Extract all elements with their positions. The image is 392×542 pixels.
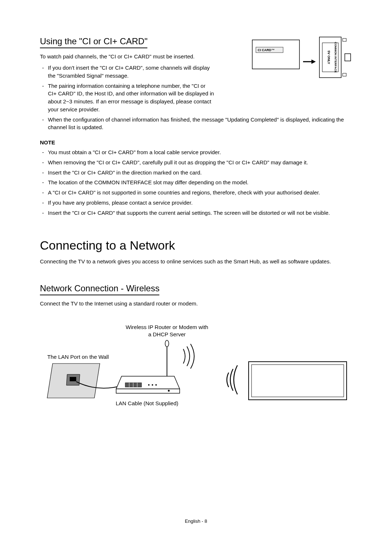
wall-port-icon (47, 364, 123, 398)
svg-rect-14 (116, 389, 180, 393)
intro-wireless: Connect the TV to the Internet using a s… (40, 300, 352, 307)
ci-card-note-bullets: You must obtain a "CI or CI+ CARD" from … (40, 148, 352, 217)
list-item: The location of the COMMON INTERFACE slo… (40, 178, 352, 186)
heading-wireless: Network Connection - Wireless (40, 283, 159, 295)
cable-label: LAN Cable (Not Supplied) (116, 400, 179, 406)
svg-rect-6 (343, 38, 346, 41)
note-heading: NOTE (40, 139, 352, 145)
list-item: Insert the "CI or CI+ CARD" that support… (40, 209, 352, 217)
list-item: When the configuration of channel inform… (40, 116, 352, 132)
list-item: The pairing information containing a tel… (40, 82, 214, 114)
svg-point-21 (155, 384, 157, 386)
signal-out-icon (183, 344, 194, 369)
intro-ci-card: To watch paid channels, the "CI or CI+ C… (40, 53, 243, 59)
svg-rect-24 (252, 365, 344, 397)
list-item: A "CI or CI+ CARD" is not supported in s… (40, 189, 352, 197)
section-heading-ci-card: Using the "CI or CI+ CARD" (40, 36, 147, 48)
slot-label: COMMON INTERFACE (334, 42, 337, 73)
signal-in-icon (227, 365, 237, 394)
svg-point-22 (168, 390, 170, 392)
router-label-1: Wireless IP Router or Modem with (126, 324, 208, 330)
ci-card-diagram: CI CARD™ 5V ONLY COMMON INTERFACE (250, 36, 352, 83)
svg-point-19 (148, 384, 150, 386)
wireless-network-diagram: Wireless IP Router or Modem with a DHCP … (40, 322, 352, 416)
svg-rect-7 (343, 73, 346, 76)
tv-icon (249, 362, 347, 400)
svg-rect-8 (345, 54, 351, 61)
router-icon (116, 340, 180, 393)
intro-connecting-network: Connecting the TV to a network gives you… (40, 258, 352, 264)
voltage-label: 5V ONLY (327, 50, 331, 64)
list-item: If you have any problems, please contact… (40, 199, 352, 207)
svg-point-13 (165, 340, 169, 347)
svg-rect-11 (70, 377, 76, 381)
ci-card-bullets-continued: When the configuration of channel inform… (40, 116, 352, 132)
svg-point-20 (152, 384, 153, 386)
ci-card-bullets-top: If you don't insert the "CI or CI+ CARD"… (40, 64, 243, 114)
list-item: When removing the "CI or CI+ CARD", care… (40, 159, 352, 167)
page-footer: English - 8 (0, 518, 392, 524)
wall-port-label: The LAN Port on the Wall (47, 354, 109, 360)
heading-connecting-network: Connecting to a Network (40, 238, 352, 252)
ci-card-label: CI CARD™ (258, 48, 275, 52)
svg-rect-0 (252, 40, 299, 69)
svg-marker-3 (311, 59, 316, 64)
list-item: If you don't insert the "CI or CI+ CARD"… (40, 64, 214, 80)
list-item: Insert the "CI or CI+ CARD" in the direc… (40, 169, 352, 177)
list-item: You must obtain a "CI or CI+ CARD" from … (40, 148, 352, 156)
router-label-2: a DHCP Server (148, 331, 185, 337)
